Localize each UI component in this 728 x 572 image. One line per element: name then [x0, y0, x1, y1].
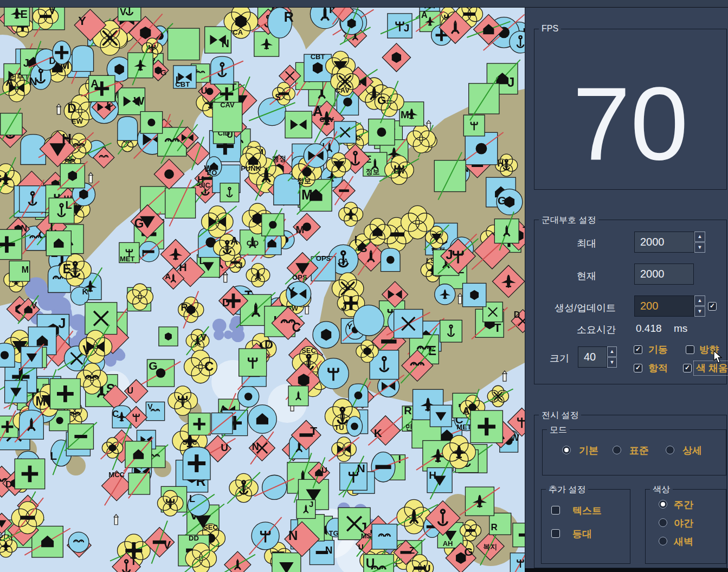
spinner-size-down-button[interactable]: ▼ — [607, 357, 617, 368]
additional-settings-title: 추가 설정 — [546, 484, 588, 496]
elapsed-label: 소요시간 — [554, 323, 616, 336]
elapsed-value: 0.418 — [636, 323, 662, 335]
spinner-max-up-button[interactable]: ▲ — [694, 232, 705, 242]
checkbox-lighthouse[interactable]: ✓ — [551, 529, 560, 538]
panel-bottom-edge — [525, 568, 728, 572]
check-icon: ✓ — [634, 364, 642, 371]
color-group-title: 색상 — [650, 484, 673, 496]
elapsed-unit: ms — [674, 323, 687, 335]
radio-color-dawn[interactable] — [659, 537, 667, 545]
checkbox-text-label[interactable]: 텍스트 — [572, 504, 602, 517]
spinner-size[interactable]: 40 — [578, 346, 607, 368]
mouse-cursor — [713, 350, 723, 364]
radio-color-day-label[interactable]: 주간 — [674, 498, 693, 511]
radio-mode-detail-label[interactable]: 상세 — [682, 444, 702, 457]
up-arrow-icon: ▲ — [610, 349, 615, 354]
spinner-size-value: 40 — [584, 351, 596, 363]
title-bar — [0, 0, 728, 8]
mode-group-title: 모드 — [547, 425, 570, 436]
fps-value: 70 — [534, 72, 727, 176]
checkbox-color-fill[interactable]: ✓ — [683, 364, 692, 372]
up-arrow-icon: ▲ — [698, 234, 703, 239]
checkbox-maneuver[interactable]: ✓ — [634, 345, 642, 354]
radio-color-dawn-label[interactable]: 새벽 — [674, 535, 693, 548]
spinner-spawn-down-button[interactable]: ▼ — [694, 306, 705, 317]
checkbox-text[interactable]: ✓ — [551, 506, 560, 515]
spinner-spawn-up-button[interactable]: ▲ — [694, 295, 705, 306]
check-icon: ✓ — [684, 364, 691, 371]
additional-settings-groupbox: 추가 설정 — [541, 489, 630, 564]
checkbox-track[interactable]: ✓ — [634, 364, 642, 372]
radio-dot-icon — [661, 502, 665, 506]
radio-mode-basic[interactable] — [562, 446, 571, 454]
checkbox-spawn-enable[interactable]: ✓ — [708, 302, 717, 311]
fps-group-title: FPS — [539, 24, 561, 34]
radio-dot-icon — [564, 448, 569, 452]
up-arrow-icon: ▲ — [698, 298, 703, 303]
down-arrow-icon: ▼ — [698, 309, 703, 314]
field-current[interactable]: 2000 — [634, 263, 694, 285]
spinner-spawn-update-value: 200 — [640, 300, 658, 312]
checkbox-color-fill-label[interactable]: 색 채움 — [694, 361, 728, 375]
check-icon: ✓ — [634, 346, 642, 353]
field-current-value: 2000 — [640, 268, 665, 280]
radio-mode-standard[interactable] — [613, 446, 621, 454]
app-window: FPS 70 군대부호 설정 최대 2000 ▲ ▼ 현재 2000 생성/업데… — [0, 0, 728, 572]
check-icon: ✓ — [708, 303, 716, 310]
radio-color-night[interactable] — [659, 518, 667, 527]
radio-color-night-label[interactable]: 야간 — [674, 517, 693, 530]
down-arrow-icon: ▼ — [610, 359, 615, 365]
spinner-max-down-button[interactable]: ▼ — [694, 242, 705, 253]
map-canvas[interactable] — [0, 8, 525, 572]
spinner-size-up-button[interactable]: ▲ — [607, 346, 617, 357]
checkbox-track-label[interactable]: 항적 — [648, 362, 668, 375]
current-label: 현재 — [558, 269, 596, 282]
spawn-update-label: 생성/업데이트 — [542, 301, 616, 314]
symbol-settings-title: 군대부호 설정 — [539, 215, 598, 226]
size-label: 크기 — [546, 352, 569, 365]
spinner-max[interactable]: 2000 — [634, 232, 694, 253]
radio-mode-basic-label[interactable]: 기본 — [579, 444, 598, 457]
radio-mode-detail[interactable] — [666, 446, 674, 454]
checkbox-direction[interactable]: ✓ — [686, 345, 694, 354]
spinner-max-value: 2000 — [640, 236, 665, 248]
checkbox-maneuver-label[interactable]: 기동 — [648, 343, 668, 356]
down-arrow-icon: ▼ — [698, 245, 703, 250]
max-label: 최대 — [558, 237, 596, 250]
checkbox-lighthouse-label[interactable]: 등대 — [572, 528, 592, 541]
display-settings-title: 전시 설정 — [539, 410, 581, 421]
radio-color-day[interactable] — [659, 500, 667, 509]
spinner-spawn-update[interactable]: 200 — [634, 295, 694, 317]
radio-mode-standard-label[interactable]: 표준 — [629, 444, 649, 457]
